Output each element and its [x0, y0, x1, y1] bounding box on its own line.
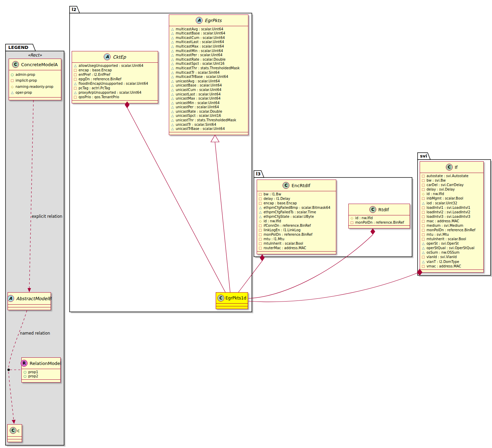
visibility-icon — [73, 69, 77, 72]
class-spot-icon: C — [446, 164, 453, 171]
legend-stereotype: «Rect» — [6, 53, 64, 58]
attribute-text: unicastPer : scalar.Uint64 — [176, 105, 219, 109]
attribute-text: multicastTrBase : scalar.Uint64 — [176, 75, 228, 79]
attribute-row: multicastThr : stats.ThresholdedMask — [171, 66, 247, 70]
attribute-row: proxyArpUnsupported : scalar.Uint64 — [73, 91, 156, 95]
visibility-icon — [171, 32, 174, 35]
visibility-icon — [421, 260, 425, 264]
attribute-row: multicastAvg : scalar.Uint64 — [171, 27, 247, 31]
attribute-row: unicastMin : scalar.Uint64 — [171, 101, 247, 105]
attribute-text: ethpmCfgFailedTs : scalar.Time — [264, 210, 316, 214]
l2-package-label: l2 — [72, 7, 76, 12]
class-name: CktEp — [113, 54, 126, 60]
attribute-text: floodInEncapUnsupported : scalar.Uint64 — [79, 82, 148, 86]
visibility-icon — [258, 193, 262, 196]
class-encrtdif: C EncRtdIf bw : l1.Bwdelay : l1.Delayenc… — [257, 180, 336, 254]
attribute-row: qosPrio : qos.TenantPrio — [73, 95, 156, 99]
visibility-icon — [171, 110, 174, 113]
visibility-icon — [421, 251, 425, 254]
named-relation-line-lower — [9, 372, 14, 421]
attribute-text: multicastThr : stats.ThresholdedMask — [176, 66, 239, 70]
methods-section — [257, 251, 336, 254]
visibility-icon — [171, 62, 174, 65]
attributes-section: prop1prop2 — [22, 369, 60, 379]
attribute-row: multicastPer : scalar.Uint64 — [171, 53, 247, 57]
visibility-icon — [258, 233, 262, 236]
legend-package-shadow — [7, 52, 65, 447]
class-title: R RelationModel — [22, 358, 60, 369]
attribute-text: unicastMin : scalar.Uint64 — [176, 101, 219, 105]
svi-package-label: svi — [420, 153, 427, 159]
class-rtdif: C RtdIf id : nw.IfIdmonPolDn : reference… — [348, 204, 410, 228]
attribute-row: inbMgmt : scalar.Bool — [421, 196, 482, 201]
attribute-row: bw : l1.Bw — [258, 192, 335, 196]
visibility-icon — [73, 86, 77, 90]
class-spot-icon: C — [283, 182, 289, 189]
attribute-text: multicastSpct : scalar.Uint16 — [176, 62, 225, 66]
visibility-icon — [258, 242, 262, 245]
attribute-text: unicastThr : stats.ThresholdedMask — [176, 118, 236, 122]
attribute-row: unicastTr : scalar.Sint64 — [171, 123, 247, 127]
attribute-text: encap : base.Encap — [79, 68, 112, 72]
visibility-icon — [258, 246, 262, 250]
attributes-section: id : nw.IfIdmonPolDn : reference.BinRef — [349, 215, 410, 225]
attribute-text: mtuInherit : scalar.Bool — [427, 237, 466, 241]
class-c: C c — [7, 424, 22, 442]
uml-class-diagram: LEGEND l2 l3 svi «Rect» explicit relatio… — [0, 0, 492, 448]
attribute-row: loadIntvl1 : svi.LoadIntvl1 — [421, 206, 482, 210]
attribute-row: unicastAvg : scalar.Uint64 — [171, 79, 247, 83]
visibility-icon — [73, 91, 77, 94]
attribute-row: unicastPer : scalar.Uint64 — [171, 105, 247, 109]
attribute-row: ethpmCfgFailedTs : scalar.Time — [258, 210, 335, 214]
attribute-row: monPolDn : reference.BinRef — [421, 228, 482, 232]
attribute-row: ethpmCfgFailedBmp : scalar.Bitmask64 — [258, 206, 335, 210]
methods-section — [9, 97, 61, 100]
legend-package-label: LEGEND — [8, 45, 28, 50]
visibility-icon — [421, 215, 425, 218]
attribute-text: operStQual : svi.OperStQual — [427, 246, 474, 250]
attribute-row: loadIntvl2 : svi.LoadIntvl2 — [421, 210, 482, 214]
attribute-text: pcTag : actrl.PcTag — [79, 86, 110, 90]
attribute-text: epgDn : reference.BinRef — [79, 77, 121, 81]
named-relation-junction-dot — [8, 369, 10, 371]
methods-section — [349, 225, 410, 228]
attribute-text: unicastAvg : scalar.Uint64 — [176, 79, 220, 83]
attribute-row: unicastBase : scalar.Uint64 — [171, 83, 247, 88]
attribute-row: iod : scalar.Uint32 — [421, 201, 482, 205]
attribute-text: multicastMax : scalar.Uint64 — [176, 44, 224, 49]
attribute-text: unicastTr : scalar.Sint64 — [176, 123, 216, 127]
named-relation-label: named relation — [20, 331, 50, 336]
visibility-icon — [171, 49, 174, 53]
attribute-text: id : nw.IfId — [355, 216, 373, 220]
class-relationmodel: R RelationModel prop1prop2 — [21, 357, 61, 383]
visibility-icon — [421, 174, 425, 178]
attribute-text: loadIntvl3 : svi.LoadIntvl3 — [427, 215, 470, 219]
class-name: c — [17, 428, 20, 433]
attribute-row: epgDn : reference.BinRef — [73, 77, 156, 81]
attribute-row: mtu : l1.Mtu — [258, 237, 335, 241]
attribute-text: mac : address.MAC — [427, 219, 459, 223]
attribute-text: mtuInherit : scalar.Bool — [264, 242, 303, 246]
attribute-row: naming-readonly-prop — [10, 85, 60, 89]
visibility-icon — [171, 101, 174, 105]
attribute-text: multicastCum : scalar.Uint64 — [176, 36, 225, 40]
visibility-icon — [171, 58, 174, 61]
attribute-text: id : nw.IfId — [427, 192, 444, 196]
visibility-icon — [23, 370, 27, 374]
attribute-text: loadIntvl1 : svi.LoadIntvl1 — [427, 206, 470, 210]
visibility-icon — [171, 80, 174, 83]
visibility-icon — [258, 206, 262, 210]
attribute-row: ethpmCfgState : scalar.UByte — [258, 215, 335, 219]
class-cktep: A CktEp allowUsegUnsupported : scalar.Ui… — [72, 51, 158, 103]
visibility-icon — [171, 123, 174, 126]
attribute-text: delay : svi.Delay — [427, 187, 455, 192]
visibility-icon — [258, 215, 262, 218]
attribute-text: mtu : l1.Mtu — [264, 237, 284, 241]
attribute-text: unicastTrBase : scalar.Uint64 — [176, 127, 225, 131]
l3-package-label: l3 — [256, 171, 261, 176]
visibility-icon — [421, 202, 425, 205]
legend-package-body — [6, 51, 64, 445]
visibility-icon — [73, 82, 77, 85]
class-title: C EncRtdIf — [257, 180, 336, 191]
attribute-row: id : nw.IfId — [350, 216, 408, 220]
